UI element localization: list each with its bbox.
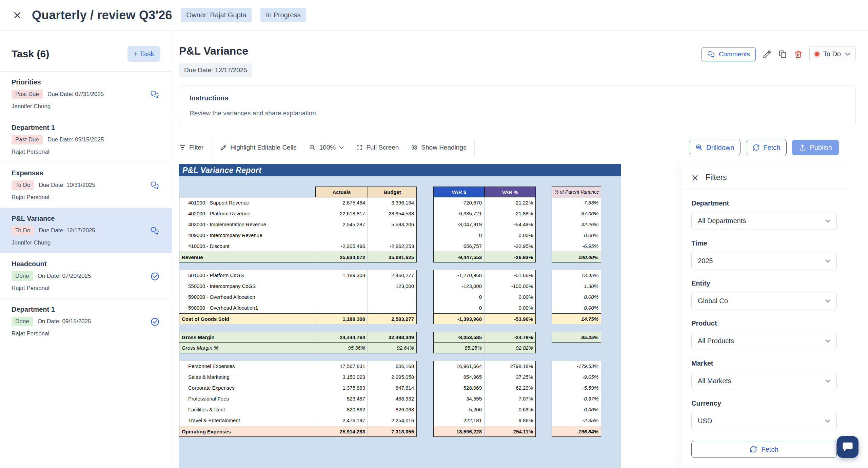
sheet-cell[interactable]: 488,932 [368, 393, 417, 404]
sheet-row-label[interactable]: Professional Fees [179, 393, 315, 404]
sheet-cell[interactable]: 37.25% [485, 372, 536, 383]
fetch-button[interactable]: Fetch [746, 140, 787, 155]
sheet-cell[interactable] [368, 292, 417, 303]
sheet-cell[interactable]: 1,189,308 [315, 270, 368, 281]
sheet-cell[interactable]: 656,757 [433, 241, 485, 252]
sheet-cell[interactable]: -21.88% [485, 208, 536, 219]
filter-select-currency[interactable]: USD [691, 412, 837, 430]
zoom-control[interactable]: 100% [309, 144, 344, 151]
sheet-cell[interactable]: -8,053,585 [433, 332, 485, 343]
sheet-cell[interactable]: -2,205,496 [315, 241, 368, 252]
sheet-cell[interactable]: -5,206 [433, 404, 485, 415]
sheet-cell[interactable]: 0 [433, 230, 485, 241]
sheet-cell[interactable]: 7,318,055 [368, 426, 417, 437]
sheet-cell[interactable]: 0 [433, 303, 485, 313]
drilldown-button[interactable]: Drilldown [689, 140, 741, 155]
sheet-cell[interactable] [368, 303, 417, 313]
sheet-cell[interactable]: -196.84% [552, 426, 601, 437]
sheet-row-label[interactable]: Operating Expenses [179, 426, 315, 437]
sheet-cell[interactable]: -51.66% [485, 270, 536, 281]
sheet-cell[interactable]: -21.22% [485, 197, 536, 208]
sheet-cell[interactable]: -2,862,253 [368, 241, 417, 252]
sheet-cell[interactable]: 22,618,817 [315, 208, 368, 219]
task-list-item[interactable]: Department 1DoneOn Date: 09/15/2025Rajat… [0, 299, 172, 344]
sheet-cell[interactable]: -22.95% [485, 241, 536, 252]
sheet-cell[interactable]: 528,069 [433, 383, 485, 393]
sheet-cell[interactable]: 123,000 [368, 281, 417, 292]
sheet-cell[interactable]: 854,965 [433, 372, 485, 383]
sheet-cell[interactable]: 25,914,283 [315, 426, 368, 437]
sheet-cell[interactable]: 16,961,664 [433, 361, 485, 372]
sheet-cell[interactable]: 3,150,023 [315, 372, 368, 383]
sheet-cell[interactable]: -123,000 [433, 281, 485, 292]
sheet-cell[interactable]: -6.95% [552, 241, 601, 252]
sheet-cell[interactable]: 1,189,308 [315, 313, 368, 324]
sheet-cell[interactable]: -6,335,721 [433, 208, 485, 219]
sheet-row-label[interactable]: Travel & Entertainment [179, 415, 315, 426]
publish-button[interactable]: Publish [792, 140, 839, 155]
sheet-cell[interactable]: 847,814 [368, 383, 417, 393]
sheet-cell[interactable]: -24.78% [485, 332, 536, 343]
sheet-cell[interactable]: 62.29% [485, 383, 536, 393]
close-icon[interactable] [12, 9, 23, 21]
sheet-row-label[interactable]: 590000 - Overhead Allocation1 [179, 303, 315, 313]
sheet-cell[interactable]: 32,498,349 [368, 332, 417, 343]
sheet-cell[interactable]: 254.11% [485, 426, 536, 437]
sheet-row-label[interactable]: 409000 - Intercompany Revenue [179, 230, 315, 241]
sheet-cell[interactable]: 2,460,277 [368, 270, 417, 281]
sheet-row-label[interactable]: Corporate Expenses [179, 383, 315, 393]
sheet-cell[interactable]: 95.36% [315, 343, 368, 353]
sheet-cell[interactable]: 2,295,058 [368, 372, 417, 383]
sheet-cell[interactable]: 523,487 [315, 393, 368, 404]
sheet-cell[interactable]: 24,444,764 [315, 332, 368, 343]
sheet-cell[interactable]: 2,476,197 [315, 415, 368, 426]
sheet-cell[interactable]: -1,270,968 [433, 270, 485, 281]
sheet-cell[interactable] [315, 303, 368, 313]
sheet-cell[interactable]: 0.00% [552, 303, 601, 313]
sheet-cell[interactable]: 0.00% [485, 303, 536, 313]
sheet-cell[interactable]: 2,675,464 [315, 197, 368, 208]
sheet-cell[interactable] [315, 281, 368, 292]
sheet-cell[interactable]: -3,047,919 [433, 219, 485, 230]
comments-icon[interactable] [150, 90, 160, 99]
sheet-cell[interactable]: 1,375,883 [315, 383, 368, 393]
sheet-cell[interactable]: 28,954,538 [368, 208, 417, 219]
sheet-cell[interactable]: -100.00% [485, 281, 536, 292]
sheet-row-label[interactable]: 403000 - Implementation Revenue [179, 219, 315, 230]
sheet-cell[interactable]: 2,254,016 [368, 415, 417, 426]
sheet-cell[interactable]: -26.93% [485, 252, 536, 262]
sheet-cell[interactable] [315, 292, 368, 303]
sheet-cell[interactable]: 18,596,228 [433, 426, 485, 437]
task-list-item[interactable]: Department 1Past DueDue Date: 09/15/2025… [0, 117, 172, 162]
sheet-cell[interactable]: -720,670 [433, 197, 485, 208]
sheet-cell[interactable]: 67.06% [552, 208, 601, 219]
task-list-item[interactable]: PrioritiesPast DueDue Date: 07/31/2025Je… [0, 72, 172, 117]
sheet-cell[interactable]: 606,168 [368, 361, 417, 372]
filter-select-product[interactable]: All Products [691, 332, 837, 350]
sheet-cell[interactable]: 9.86% [485, 415, 536, 426]
filter-button[interactable]: Filter [179, 144, 203, 151]
sheet-cell[interactable]: 13.45% [552, 270, 601, 281]
sheet-row-label[interactable]: Gross Margin [179, 332, 315, 343]
sheet-row-label[interactable]: Facilities & Rent [179, 404, 315, 415]
sheet-row-label[interactable]: 590000 - Overhead Allocation [179, 292, 315, 303]
sheet-cell[interactable]: 0.00% [485, 292, 536, 303]
sheet-cell[interactable]: 5,593,206 [368, 219, 417, 230]
sheet-row-label[interactable]: Revenue [179, 252, 315, 262]
sheet-cell[interactable]: -54.49% [485, 219, 536, 230]
sheet-cell[interactable]: -2.35% [552, 415, 601, 426]
sheet-row-label[interactable]: 501000 - Platform CoGS [179, 270, 315, 281]
sheet-cell[interactable]: -179.53% [552, 361, 601, 372]
sheet-cell[interactable]: 0.00% [552, 292, 601, 303]
sheet-row-label[interactable]: Sales & Marketing [179, 372, 315, 383]
task-list-item[interactable]: ExpensesTo DoDue Date: 10/31/2025Rajat P… [0, 162, 172, 208]
filter-select-market[interactable]: All Markets [691, 372, 837, 390]
sheet-cell[interactable]: 17,567,831 [315, 361, 368, 372]
sheet-cell[interactable]: 222,181 [433, 415, 485, 426]
sheet-cell[interactable] [368, 230, 417, 241]
sheet-row-label[interactable]: 550000 - Intercompany CoGS [179, 281, 315, 292]
sheet-cell[interactable]: 0.00% [552, 230, 601, 241]
sheet-cell[interactable]: 0 [433, 292, 485, 303]
highlight-editable-cells-button[interactable]: Highlight Editable Cells [220, 144, 296, 151]
sheet-cell[interactable]: 85.25% [433, 343, 485, 353]
